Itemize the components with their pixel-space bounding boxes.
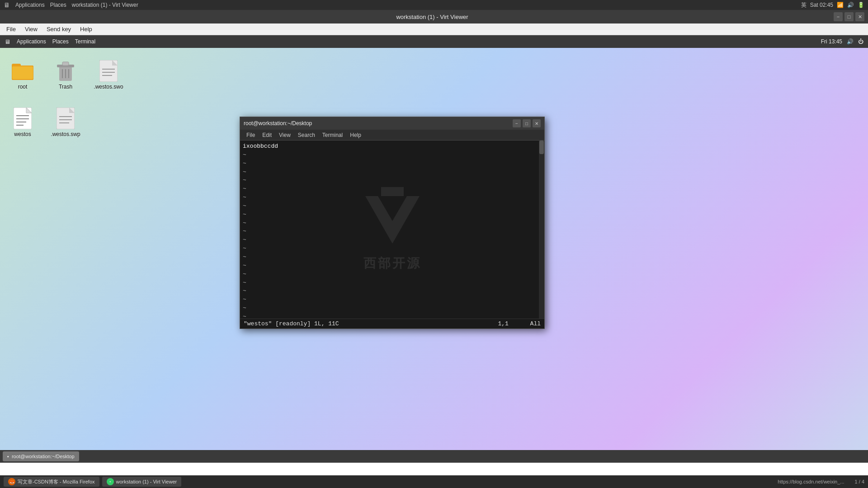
taskbar-terminal-item[interactable]: ▪ root@workstation:~/Desktop [3,451,79,461]
tilde-19: ~ [243,304,542,313]
terminal-statusbar: "westos" [readonly] 1L, 11C 1,1 All [240,319,544,328]
terminal-body[interactable]: 西部开源 ixoobbccdd ~ ~ ~ ~ ~ ~ ~ ~ ~ ~ ~ ~ … [240,141,544,319]
host-topbar: 🖥 Applications Places workstation (1) - … [0,0,868,10]
desktop-icon-trash[interactable]: Trash [47,60,84,90]
tilde-5: ~ [243,185,542,193]
host-viewer-label: workstation (1) - Virt Viewer [116,479,177,484]
guest-time: Fri 13:45 [821,38,842,45]
terminal-titlebar: root@workstation:~/Desktop − □ ✕ [240,117,544,130]
virt-viewer-titlebar: workstation (1) - Virt Viewer − □ ✕ [0,10,868,23]
host-page-count: 1 / 4 [855,479,864,484]
desktop-icon-root-label: root [18,84,28,90]
term-menu-search[interactable]: Search [294,131,319,139]
host-time: Sat 02:45 [810,2,833,8]
desktop-icon-westos-label: westos [14,131,31,137]
host-url: https://blog.csdn.net/weixin_... [778,479,844,484]
tilde-13: ~ [243,253,542,262]
file-swo-icon [98,60,119,82]
host-lang: 英 [801,1,807,9]
virt-viewer-minimize-button[interactable]: − [834,12,843,21]
desktop-icon-root[interactable]: root [5,60,41,90]
guest-desktop: 🖥 Applications Places Terminal Fri 13:45… [0,35,868,463]
terminal-status-left: "westos" [readonly] 1L, 11C [244,320,339,327]
guest-topbar-right: Fri 13:45 🔊 ⏻ [821,38,863,45]
vv-menu-file[interactable]: File [2,25,20,33]
terminal-maximize-button[interactable]: □ [523,119,531,127]
tilde-16: ~ [243,279,542,287]
tilde-4: ~ [243,176,542,185]
trash-icon [55,60,76,82]
tilde-10: ~ [243,227,542,236]
term-menu-file[interactable]: File [243,131,259,139]
terminal-minimize-button[interactable]: − [513,119,521,127]
sound-icon: 🔊 [847,2,854,8]
terminal-close-button[interactable]: ✕ [533,119,541,127]
svg-rect-3 [12,66,33,79]
host-firefox-label: 写文章-CSDN博客 - Mozilla Firefox [18,479,95,485]
guest-places-label[interactable]: Places [52,38,69,45]
host-taskbar-left: 🦊 写文章-CSDN博客 - Mozilla Firefox ▪ worksta… [4,477,181,487]
tilde-11: ~ [243,236,542,244]
guest-topbar-left: 🖥 Applications Places Terminal [5,38,95,45]
terminal-title: root@workstation:~/Desktop [244,120,312,127]
term-menu-terminal[interactable]: Terminal [319,131,346,139]
host-bottombar: 🦊 写文章-CSDN博客 - Mozilla Firefox ▪ worksta… [0,475,868,488]
terminal-status-scroll: All [530,320,541,327]
host-window-title: workstation (1) - Virt Viewer [72,2,138,8]
desktop-icon-westos-swo-label: .westos.swo [94,84,123,90]
terminal-window: root@workstation:~/Desktop − □ ✕ File Ed… [240,117,545,329]
terminal-menubar: File Edit View Search Terminal Help [240,130,544,141]
guest-apps-label[interactable]: Applications [17,38,46,45]
guest-bottom-taskbar: ▪ root@workstation:~/Desktop [0,450,868,463]
host-apps-icon: 🖥 [4,1,10,9]
guest-power-icon: ⏻ [858,38,863,45]
taskbar-terminal-label: root@workstation:~/Desktop [12,454,75,459]
viewer-icon: ▪ [107,478,114,485]
virt-viewer-controls: − □ ✕ [834,12,864,21]
host-taskbar-viewer[interactable]: ▪ workstation (1) - Virt Viewer [102,477,182,487]
desktop-icon-westos-swp-label: .westos.swp [51,131,80,137]
tilde-8: ~ [243,211,542,219]
terminal-controls: − □ ✕ [513,119,541,127]
tilde-14: ~ [243,262,542,270]
host-places-label[interactable]: Places [50,2,66,8]
firefox-icon: 🦊 [8,478,15,485]
taskbar-terminal-icon: ▪ [7,454,9,459]
desktop-icon-westos-swo[interactable]: .westos.swo [90,60,127,90]
tilde-18: ~ [243,296,542,304]
virt-viewer-maximize-button[interactable]: □ [844,12,854,21]
host-bottombar-right: https://blog.csdn.net/weixin_... 1 / 4 [778,479,864,484]
term-menu-edit[interactable]: Edit [259,131,275,139]
host-topbar-left: 🖥 Applications Places workstation (1) - … [4,1,138,9]
host-topbar-right: 英 Sat 02:45 📶 🔊 🔋 [801,1,864,9]
terminal-content: ixoobbccdd ~ ~ ~ ~ ~ ~ ~ ~ ~ ~ ~ ~ ~ ~ ~… [243,142,542,319]
desktop-icon-westos-swp[interactable]: .westos.swp [47,108,84,137]
guest-terminal-label[interactable]: Terminal [75,38,95,45]
svg-rect-6 [62,62,69,66]
battery-icon: 🔋 [858,2,864,8]
taskbar-left: ▪ root@workstation:~/Desktop [3,451,79,461]
tilde-6: ~ [243,193,542,202]
term-menu-help[interactable]: Help [346,131,365,139]
network-icon: 📶 [837,2,844,8]
tilde-17: ~ [243,287,542,296]
terminal-first-line: ixoobbccdd [243,142,542,151]
host-taskbar-firefox[interactable]: 🦊 写文章-CSDN博客 - Mozilla Firefox [4,477,99,487]
guest-sound-icon: 🔊 [847,38,854,45]
desktop-icon-trash-label: Trash [59,84,72,90]
tilde-15: ~ [243,270,542,279]
vv-menu-sendkey[interactable]: Send key [42,25,75,33]
host-apps-label[interactable]: Applications [15,2,45,8]
terminal-status-pos: 1,1 [498,320,508,327]
tilde-9: ~ [243,219,542,228]
tilde-12: ~ [243,244,542,253]
folder-icon [12,60,33,82]
virt-viewer-menubar: File View Send key Help [0,23,868,35]
virt-viewer-close-button[interactable]: ✕ [855,12,864,21]
term-menu-view[interactable]: View [275,131,294,139]
desktop-icon-westos[interactable]: westos [5,108,41,137]
vv-menu-view[interactable]: View [20,25,42,33]
tilde-7: ~ [243,202,542,211]
vv-menu-help[interactable]: Help [75,25,97,33]
tilde-1: ~ [243,151,542,160]
